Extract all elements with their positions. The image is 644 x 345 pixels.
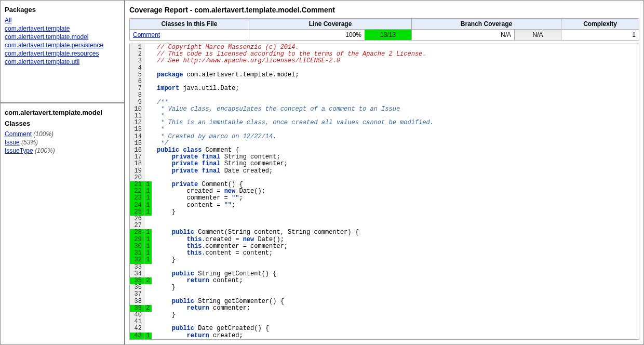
hit-count <box>144 298 152 305</box>
source-text <box>152 264 639 271</box>
source-text: public String getContent() { <box>152 271 639 277</box>
package-link[interactable]: com.alertavert.template <box>5 25 70 32</box>
packages-title: Packages <box>5 6 120 14</box>
hit-count <box>144 65 152 72</box>
code-line: 5package com.alertavert.template.model; <box>130 72 639 78</box>
line-number: 9 <box>130 99 144 106</box>
hit-count: 1 <box>144 229 152 236</box>
line-bar: 13/13 <box>365 30 411 40</box>
line-number: 42 <box>130 325 144 332</box>
hit-count <box>144 154 152 161</box>
code-line: 8 <box>130 92 639 99</box>
source-text: return content; <box>152 277 639 284</box>
branch-na1: N/A <box>412 30 514 40</box>
package-link[interactable]: com.alertavert.template.persistence <box>5 42 103 49</box>
th-branch: Branch Coverage <box>412 19 561 30</box>
line-number: 23 <box>130 195 144 202</box>
line-number: 29 <box>130 236 144 243</box>
package-link[interactable]: All <box>5 17 11 24</box>
source-text: } <box>152 257 639 263</box>
source-text: } <box>152 312 639 319</box>
code-line: 19 private final Date created; <box>130 168 639 175</box>
code-line: 37 <box>130 291 639 298</box>
complexity-cell: 1 <box>561 30 639 41</box>
source-text: // See http://www.apache.org/licenses/LI… <box>152 58 639 64</box>
hit-count <box>144 113 152 120</box>
package-link[interactable]: com.alertavert.template.util <box>5 58 79 65</box>
source-text: import java.util.Date; <box>152 85 639 92</box>
line-number: 8 <box>130 92 144 99</box>
hit-count <box>144 161 152 167</box>
hit-count <box>144 216 152 222</box>
source-text: package com.alertavert.template.model; <box>152 72 639 78</box>
hit-count <box>144 106 152 113</box>
th-line: Line Coverage <box>249 19 412 30</box>
hit-count: 1 <box>144 195 152 202</box>
hit-count <box>144 85 152 92</box>
hit-count <box>144 284 152 291</box>
line-number: 37 <box>130 291 144 298</box>
line-number: 24 <box>130 202 144 209</box>
source-text: return created; <box>152 333 639 339</box>
line-number: 18 <box>130 161 144 167</box>
source-text: } <box>152 284 639 291</box>
code-line: 321 } <box>130 257 639 263</box>
summary-row: Comment 100% 13/13 N/A N/A <box>130 30 639 41</box>
class-link[interactable]: Comment <box>133 31 160 38</box>
line-number: 32 <box>130 257 144 263</box>
line-number: 39 <box>130 305 144 312</box>
line-pct: 100% <box>249 30 365 40</box>
hit-count <box>144 291 152 298</box>
line-number: 6 <box>130 78 144 85</box>
line-number: 28 <box>130 229 144 236</box>
code-line: 392 return commenter; <box>130 305 639 312</box>
code-line: 40 } <box>130 312 639 319</box>
code-line: 281 public Comment(String content, Strin… <box>130 229 639 236</box>
source-text: * This is an immutable class, once creat… <box>152 120 639 126</box>
summary-table: Classes in this File Line Coverage Branc… <box>129 18 639 41</box>
class-link[interactable]: IssueType <box>5 147 33 154</box>
code-line: 4 <box>130 65 639 72</box>
source-text: content = ""; <box>152 202 639 209</box>
code-line: 251 } <box>130 209 639 216</box>
classes-list: Comment (100%)Issue (53%)IssueType (100%… <box>5 130 120 154</box>
class-link[interactable]: Comment <box>5 130 32 138</box>
code-line: 241 content = ""; <box>130 202 639 209</box>
line-number: 7 <box>130 85 144 92</box>
package-link[interactable]: com.alertavert.template.resources <box>5 50 99 57</box>
source-text: * Value class, encapsulates the concept … <box>152 106 639 113</box>
code-line: 14 * Created by marco on 12/22/14. <box>130 134 639 140</box>
source-text: } <box>152 209 639 216</box>
class-pct: (53%) <box>21 139 38 146</box>
code-line: 291 this.created = new Date(); <box>130 236 639 243</box>
code-line: 36 } <box>130 284 639 291</box>
line-number: 43 <box>130 333 144 339</box>
hit-count <box>144 126 152 133</box>
hit-count <box>144 264 152 271</box>
line-number: 38 <box>130 298 144 305</box>
packages-list: Allcom.alertavert.templatecom.alertavert… <box>5 17 120 65</box>
source-text: this.content = content; <box>152 250 639 257</box>
line-number: 33 <box>130 264 144 271</box>
package-link[interactable]: com.alertavert.template.model <box>5 33 88 41</box>
hit-count: 2 <box>144 277 152 284</box>
source-text: this.created = new Date(); <box>152 236 639 243</box>
source-text <box>152 92 639 99</box>
source-text <box>152 65 639 72</box>
class-link[interactable]: Issue <box>5 139 20 146</box>
source-code[interactable]: 1// Copyright Marco Massenzio (c) 2014.2… <box>129 44 639 340</box>
class-pct: (100%) <box>33 130 53 138</box>
line-number: 4 <box>130 65 144 72</box>
source-text: public Date getCreated() { <box>152 325 639 332</box>
hit-count <box>144 312 152 319</box>
source-text <box>152 216 639 222</box>
hit-count <box>144 140 152 147</box>
branch-na2: N/A <box>514 30 561 40</box>
hit-count <box>144 325 152 332</box>
th-complexity: Complexity <box>561 19 639 30</box>
line-number: 1 <box>130 44 144 51</box>
source-text: private final Date created; <box>152 168 639 175</box>
source-text: * Created by marco on 12/22/14. <box>152 134 639 140</box>
source-text: private final String commenter; <box>152 161 639 167</box>
line-number: 2 <box>130 51 144 58</box>
